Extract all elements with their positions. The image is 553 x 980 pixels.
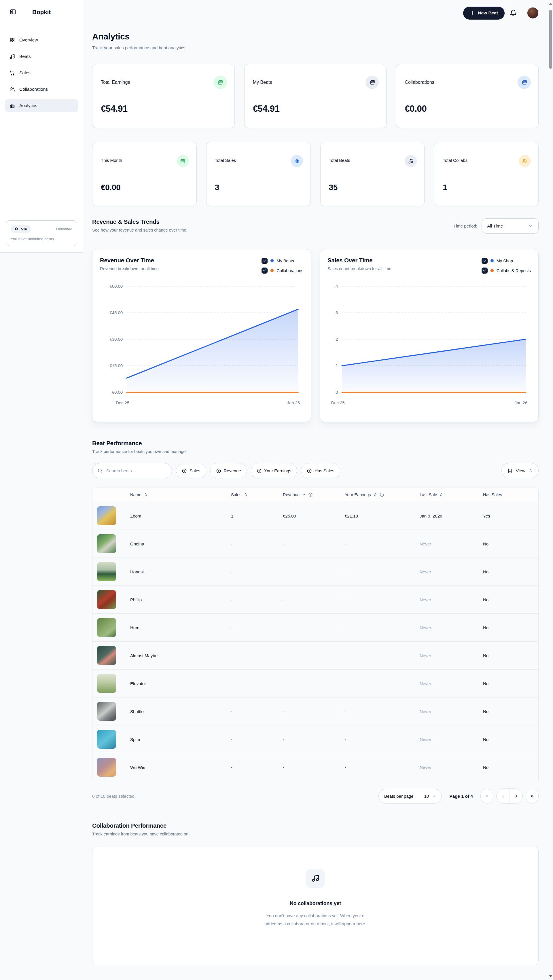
table-row[interactable]: Elevator---NeverNo: [92, 669, 538, 697]
column-header-revenue[interactable]: Revenue: [278, 492, 340, 497]
vip-note: You have unlimited beats.: [11, 237, 72, 241]
svg-text:Dec 25: Dec 25: [116, 400, 129, 405]
music-icon: [405, 155, 417, 167]
table-row[interactable]: Spite---NeverNo: [92, 725, 538, 753]
collab-section-head: Collaboration Performance Track earnings…: [92, 822, 539, 836]
legend-dot: [271, 259, 274, 262]
checkbox-checked-icon[interactable]: [481, 267, 488, 274]
search-input[interactable]: [106, 468, 167, 473]
checkbox-checked-icon[interactable]: [261, 267, 268, 274]
table-row[interactable]: Shuttle---NeverNo: [92, 697, 538, 725]
stat-card-collaborations: Collaborations€0.00: [396, 64, 539, 128]
sidebar-item-overview[interactable]: Overview: [5, 33, 78, 47]
chevrons-up-down-icon[interactable]: [244, 493, 248, 497]
stat-card-total-collabs: Total Collabs1: [434, 142, 539, 206]
info-icon[interactable]: [308, 492, 313, 497]
trends-subtitle: See how your revenue and sales change ov…: [92, 228, 187, 232]
sidebar-item-beats[interactable]: Beats: [5, 50, 78, 63]
column-header-last-sale[interactable]: Last Sale: [415, 492, 478, 497]
sidebar-item-sales[interactable]: Sales: [5, 66, 78, 80]
chevrons-up-down-icon[interactable]: [439, 493, 443, 497]
sidebar-item-label: Analytics: [19, 103, 37, 108]
page-title: Analytics: [92, 32, 539, 41]
table-row[interactable]: Hum---NeverNo: [92, 613, 538, 641]
scrollbar-thumb[interactable]: [549, 10, 552, 69]
table-row[interactable]: Phillip---NeverNo: [92, 585, 538, 613]
stat-value: €0.00: [101, 183, 121, 192]
beat-thumbnail-cell: [92, 674, 126, 693]
column-label: Has Sales: [483, 492, 502, 497]
sidebar-item-analytics[interactable]: Analytics: [5, 99, 78, 112]
sidebar-toggle-icon[interactable]: [10, 9, 16, 15]
stat-label: Total Collabs: [443, 158, 467, 163]
table-row[interactable]: Almost Maybe---NeverNo: [92, 641, 538, 669]
column-label: Sales: [231, 492, 241, 497]
next-page-button[interactable]: [510, 789, 523, 803]
legend-toggle-collabs-reposts[interactable]: Collabs & Reposts: [481, 267, 531, 274]
chevrons-up-down-icon[interactable]: [373, 493, 377, 497]
notifications-bell-icon[interactable]: [510, 9, 517, 17]
cell-last-sale: Never: [415, 570, 478, 574]
table-row[interactable]: Gnejna---NeverNo: [92, 530, 538, 558]
filter-has-sales[interactable]: Has Sales: [301, 463, 340, 478]
cell-revenue: -: [278, 765, 340, 770]
cell-last-sale: Never: [415, 765, 478, 770]
table-row[interactable]: Honest---NeverNo: [92, 558, 538, 585]
cell-earnings: -: [340, 737, 415, 742]
chart-subtitle: Revenue breakdown for all time: [100, 266, 159, 271]
beat-thumbnail-cell: [92, 534, 126, 553]
new-beat-button[interactable]: New Beat: [463, 6, 505, 19]
scroll-up-arrow-icon[interactable]: [549, 3, 552, 5]
checkbox-checked-icon[interactable]: [261, 258, 268, 264]
legend-toggle-my-beats[interactable]: My Beats: [261, 258, 303, 264]
table-row[interactable]: Wu Wei---NeverNo: [92, 753, 538, 781]
table-row[interactable]: Zoom1€25.00€21.18Jan 9, 2026Yes: [92, 502, 538, 530]
filter-revenue[interactable]: Revenue: [210, 463, 247, 478]
filter-your-earnings[interactable]: Your Earnings: [251, 463, 297, 478]
beat-artwork: [97, 702, 116, 721]
sliders-icon: [507, 468, 513, 473]
time-period-select[interactable]: All Time: [481, 218, 539, 234]
cell-has-sales: No: [478, 681, 538, 686]
beat-artwork: [97, 618, 116, 637]
svg-text:Jan 26: Jan 26: [287, 400, 300, 405]
chart-legend: My BeatsCollaborations: [261, 257, 303, 274]
cell-last-sale: Never: [415, 541, 478, 546]
column-header-your-earnings[interactable]: Your Earnings: [340, 492, 415, 497]
beats-per-page-label: Beats per page: [379, 789, 419, 803]
column-header-has-sales: Has Sales: [478, 492, 538, 497]
beats-per-page-select[interactable]: 10: [419, 789, 441, 803]
beat-artwork: [97, 534, 116, 553]
beat-section-head: Beat Performance Track performance for b…: [92, 440, 539, 454]
cart-icon: [10, 70, 15, 76]
chevron-down-icon[interactable]: [302, 493, 306, 497]
filter-sales[interactable]: Sales: [176, 463, 206, 478]
column-header-name[interactable]: Name: [126, 492, 226, 497]
beat-performance-subtitle: Track performance for beats you own and …: [92, 449, 186, 454]
legend-label: Collaborations: [276, 269, 303, 273]
chevrons-up-down-icon[interactable]: [144, 493, 148, 497]
user-avatar[interactable]: [527, 7, 539, 19]
page-indicator: Page 1 of 4: [449, 794, 473, 799]
info-icon[interactable]: [379, 492, 384, 497]
previous-page-button[interactable]: [497, 789, 510, 803]
legend-toggle-collaborations[interactable]: Collaborations: [261, 267, 303, 274]
cell-earnings: -: [340, 541, 415, 546]
view-button[interactable]: View: [502, 463, 539, 478]
sidebar-item-collaborations[interactable]: Collaborations: [5, 83, 78, 96]
first-page-button[interactable]: [480, 789, 493, 803]
last-page-button[interactable]: [526, 789, 539, 803]
cell-name: Elevator: [126, 681, 226, 686]
checkbox-checked-icon[interactable]: [481, 258, 488, 264]
svg-text:€30.00: €30.00: [110, 337, 123, 342]
cell-last-sale: Never: [415, 709, 478, 714]
legend-toggle-my-shop[interactable]: My Shop: [481, 258, 531, 264]
stat-card-total-sales: Total Sales3: [206, 142, 311, 206]
svg-text:0: 0: [336, 390, 338, 395]
stat-label: Collaborations: [405, 80, 434, 85]
stat-value: 3: [215, 183, 219, 192]
column-header-sales[interactable]: Sales: [226, 492, 278, 497]
scrollbar[interactable]: [548, 0, 553, 980]
scroll-down-arrow-icon[interactable]: [549, 975, 552, 977]
filter-label: Revenue: [224, 468, 241, 473]
